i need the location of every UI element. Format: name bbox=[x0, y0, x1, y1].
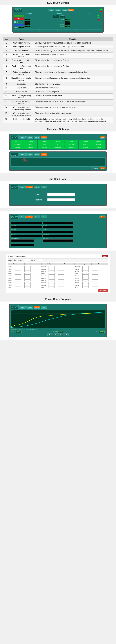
pcs-v-input-Point4[interactable] bbox=[82, 280, 88, 282]
pcs-p-input-Point6[interactable] bbox=[92, 275, 98, 277]
ab-cell-2[interactable]: something2 bbox=[24, 146, 37, 149]
pcs-v-input-Point3[interactable] bbox=[82, 282, 88, 284]
st-nav-home[interactable]: Home bbox=[19, 216, 26, 218]
pcs-v-input-Point29[interactable] bbox=[15, 268, 21, 270]
pcs-v-input-Point6[interactable] bbox=[82, 275, 88, 277]
alert-cell-9[interactable]: ADC1 bbox=[24, 143, 37, 146]
refresh-button[interactable]: Refresh bbox=[92, 167, 99, 170]
pcs-v-input-Point9[interactable] bbox=[82, 268, 88, 270]
pcs-p-input-Point17[interactable] bbox=[58, 272, 64, 274]
detail-nav-alarm[interactable]: Alarm bbox=[41, 153, 47, 156]
alert-cell-5[interactable]: Grid UV bbox=[65, 140, 78, 142]
nav-setting[interactable]: Setting bbox=[55, 9, 61, 12]
pcs-p-input-Point16[interactable] bbox=[58, 275, 64, 277]
pcs-v-input-Point7[interactable] bbox=[82, 272, 88, 274]
pcc-nav-curve[interactable]: Curve bbox=[34, 306, 40, 308]
start-button[interactable]: Start bbox=[14, 15, 24, 17]
pcs-v-input-Point14[interactable] bbox=[49, 280, 55, 282]
alert-cell-6[interactable]: Output OC bbox=[79, 140, 92, 142]
val-grid-sv[interactable] bbox=[11, 235, 42, 237]
detail-nav-home[interactable]: Home bbox=[19, 153, 26, 156]
pcs-p-input-Point18[interactable] bbox=[58, 270, 64, 272]
pcs-v-input-Point1[interactable] bbox=[82, 286, 88, 288]
val-grid-on[interactable] bbox=[43, 230, 73, 233]
ab-cell-3[interactable]: something3 bbox=[38, 146, 51, 149]
alert-nav-curve[interactable]: Curve bbox=[34, 136, 40, 138]
pcs-p-input-Point14[interactable] bbox=[58, 280, 64, 282]
pcs-p-input-Point23[interactable] bbox=[24, 282, 31, 284]
pcs-v-input-Point26[interactable] bbox=[15, 275, 21, 277]
pcs-p-input-Point21[interactable] bbox=[24, 286, 31, 288]
alert-cell-3[interactable]: Input OC bbox=[38, 140, 51, 142]
pcs-p-input-Point1[interactable] bbox=[92, 286, 98, 288]
val-grid-off[interactable] bbox=[43, 222, 73, 224]
alert-cell-7[interactable]: Output OV bbox=[92, 140, 105, 142]
settings-save-btn[interactable]: Save bbox=[99, 216, 105, 218]
alert-cell-2[interactable]: Input UV bbox=[24, 140, 37, 142]
val-ip-addr[interactable] bbox=[11, 244, 34, 246]
pcs-v-input-Point30[interactable] bbox=[15, 266, 21, 268]
ctrl-prev[interactable]: ◄ bbox=[54, 333, 58, 336]
sc-nav-curve[interactable]: Curve bbox=[34, 186, 40, 188]
pcs-v-input-Point13[interactable] bbox=[49, 282, 55, 284]
pcs-save-btn[interactable]: Save bbox=[102, 255, 108, 258]
pcs-p-input-Point19[interactable] bbox=[58, 268, 64, 270]
ctrl-prev-prev[interactable]: ◄◄ bbox=[47, 333, 53, 336]
back-button[interactable]: Back bbox=[100, 167, 105, 170]
sc-nav-setting[interactable]: Setting bbox=[26, 186, 33, 188]
alert-cell-10[interactable]: DSP1 bbox=[38, 143, 51, 146]
pcs-v-input-Point10[interactable] bbox=[82, 266, 88, 268]
st-nav-setting[interactable]: Setting bbox=[26, 216, 33, 218]
pcs-v-input-Point12[interactable] bbox=[49, 284, 55, 286]
rated-voltage-input[interactable] bbox=[24, 259, 30, 261]
pcs-v-input-Point25[interactable] bbox=[15, 277, 21, 279]
pcs-p-input-Point3[interactable] bbox=[92, 282, 98, 284]
pcc-nav-alarm[interactable]: Alarm bbox=[41, 306, 47, 308]
val-input-uv[interactable] bbox=[11, 226, 42, 228]
factory-input[interactable] bbox=[47, 198, 75, 201]
pcs-v-input-Point23[interactable] bbox=[15, 282, 21, 284]
alert-cell-4[interactable]: Grid OV bbox=[51, 140, 65, 142]
alert-nav-home[interactable]: Home bbox=[19, 136, 26, 138]
val-max-power[interactable] bbox=[43, 235, 73, 237]
pcs-p-input-Point13[interactable] bbox=[58, 282, 64, 284]
pcs-p-input-Point5[interactable] bbox=[92, 277, 98, 279]
pcs-p-input-Point27[interactable] bbox=[24, 272, 31, 274]
stop-button[interactable]: Stop bbox=[14, 18, 24, 20]
pcc-nav-home[interactable]: Home bbox=[19, 306, 26, 308]
alert-cell-14[interactable]: Output UV bbox=[92, 143, 105, 146]
start-point-btn[interactable]: Start Point bbox=[98, 289, 108, 292]
pcs-v-input-Point19[interactable] bbox=[49, 268, 55, 270]
pcs-v-input-Point24[interactable] bbox=[15, 280, 21, 282]
sc-nav-alarm[interactable]: Alarm bbox=[41, 186, 47, 188]
pcs-v-input-Point16[interactable] bbox=[49, 275, 55, 277]
pcs-p-input-Point9[interactable] bbox=[92, 268, 98, 270]
val-grid-uv[interactable] bbox=[43, 226, 73, 228]
pcs-v-input-Point20[interactable] bbox=[49, 266, 55, 268]
pcs-p-input-Point2[interactable] bbox=[92, 284, 98, 286]
alert-cell-11[interactable]: ADC2 bbox=[51, 143, 65, 146]
pcs-v-input-Point5[interactable] bbox=[82, 277, 88, 279]
pcs-v-input-Point2[interactable] bbox=[82, 284, 88, 286]
val-aws-addr[interactable] bbox=[11, 240, 34, 242]
nav-curve[interactable]: Curve bbox=[62, 9, 68, 12]
val-grid-ov[interactable] bbox=[11, 230, 42, 233]
pcs-p-input-Point8[interactable] bbox=[92, 270, 98, 272]
pcs-p-input-Point15[interactable] bbox=[58, 277, 64, 279]
pcs-p-input-Point12[interactable] bbox=[58, 284, 64, 286]
alert-nav-setting[interactable]: Setting bbox=[26, 136, 33, 138]
pcs-v-input-Point11[interactable] bbox=[49, 286, 55, 288]
ctrl-next-next[interactable]: ►► bbox=[63, 333, 69, 336]
nav-home[interactable]: Home bbox=[49, 9, 54, 12]
alert-cell-1[interactable]: Input OV bbox=[11, 140, 24, 142]
pcs-v-input-Point21[interactable] bbox=[15, 286, 21, 288]
alert-cell-12[interactable]: DSP2 OV bbox=[65, 143, 78, 146]
ctrl-next[interactable]: ► bbox=[58, 333, 62, 336]
pcs-p-input-Point26[interactable] bbox=[24, 275, 31, 277]
pcs-p-input-Point28[interactable] bbox=[24, 270, 31, 272]
pcs-p-input-Point29[interactable] bbox=[24, 268, 31, 270]
detail-nav-setting[interactable]: Setting bbox=[26, 153, 33, 156]
user-input[interactable] bbox=[47, 193, 75, 196]
pcs-p-input-Point20[interactable] bbox=[58, 266, 64, 268]
st-nav-curve[interactable]: Curve bbox=[34, 216, 40, 218]
